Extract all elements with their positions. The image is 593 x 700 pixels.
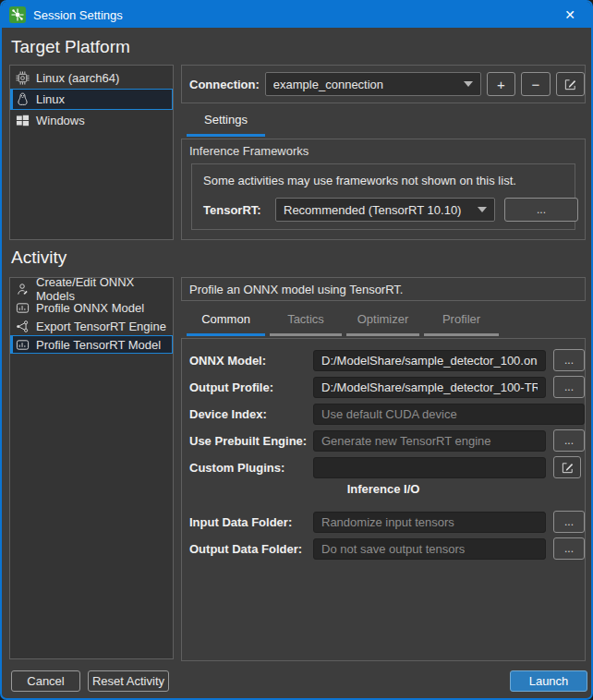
activity-form: ONNX Model: ... Output Profile: ... Devi… [181, 338, 586, 661]
input-data-folder-input[interactable] [313, 512, 546, 533]
tab-underline [187, 134, 265, 137]
platform-item-label: Linux (aarch64) [36, 71, 119, 85]
person-edit-icon [16, 283, 30, 296]
chevron-down-icon [478, 207, 487, 212]
reset-activity-button[interactable]: Reset Activity [88, 670, 169, 692]
inference-frameworks-group: Inference Frameworks Some activities may… [181, 139, 586, 240]
connection-select[interactable]: example_connection [265, 72, 481, 96]
session-settings-dialog: Session Settings ✕ Target Platform Linux… [0, 0, 593, 700]
custom-plugins-edit-button[interactable] [553, 456, 581, 478]
activity-heading: Activity [11, 247, 67, 268]
output-data-folder-browse-button[interactable]: ... [553, 537, 585, 560]
output-profile-label: Output Profile: [189, 380, 313, 394]
window-title: Session Settings [33, 8, 123, 22]
tab-settings[interactable]: Settings [187, 113, 265, 133]
custom-plugins-label: Custom Plugins: [189, 461, 313, 475]
output-profile-row: Output Profile: ... [189, 376, 581, 398]
activity-item-label: Profile TensorRT Model [36, 338, 161, 352]
inference-io-heading: Inference I/O [182, 482, 585, 496]
tab-common-label: Common [201, 312, 250, 326]
tensorrt-select[interactable]: Recommended (TensorRT 10.10) [275, 198, 495, 222]
app-icon [9, 6, 26, 23]
add-connection-button[interactable]: + [487, 72, 515, 96]
close-button[interactable]: ✕ [549, 2, 591, 28]
chart-icon [16, 338, 30, 352]
tab-tactics[interactable]: Tactics [270, 312, 342, 332]
platform-item-windows[interactable]: Windows [11, 110, 172, 131]
input-data-folder-row: Input Data Folder: ... [189, 511, 581, 533]
custom-plugins-input[interactable] [313, 457, 546, 478]
activity-description: Profile an ONNX model using TensorRT. [182, 278, 585, 300]
title-bar: Session Settings ✕ [2, 2, 591, 28]
device-index-row: Device Index: [189, 403, 581, 425]
target-platform-heading: Target Platform [11, 37, 130, 57]
onnx-model-label: ONNX Model: [189, 354, 313, 368]
windows-icon [16, 114, 30, 127]
output-data-folder-row: Output Data Folder: ... [189, 537, 581, 560]
activity-item-label: Export TensorRT Engine [36, 320, 166, 333]
onnx-model-browse-button[interactable]: ... [553, 349, 585, 371]
prebuilt-engine-label: Use Prebuilt Engine: [189, 434, 313, 448]
network-icon [16, 320, 30, 333]
tensorrt-browse-button[interactable]: ... [504, 198, 578, 222]
connection-panel: Connection: example_connection + − [181, 65, 586, 103]
tab-underline [346, 333, 419, 336]
activity-item-profile-tensorrt[interactable]: Profile TensorRT Model [10, 335, 173, 354]
tensorrt-label: TensorRT: [203, 203, 268, 217]
launch-button[interactable]: Launch [510, 670, 587, 692]
prebuilt-engine-browse-button[interactable]: ... [553, 429, 585, 452]
tab-optimizer-label: Optimizer [357, 312, 409, 326]
output-profile-browse-button[interactable]: ... [553, 376, 585, 398]
input-data-folder-browse-button[interactable]: ... [553, 511, 585, 533]
prebuilt-engine-row: Use Prebuilt Engine: ... [189, 429, 581, 452]
connection-value: example_connection [273, 78, 456, 91]
tab-tactics-label: Tactics [287, 312, 324, 326]
tab-optimizer[interactable]: Optimizer [346, 312, 419, 332]
chip-icon [16, 71, 30, 85]
tux-icon [16, 92, 30, 106]
edit-icon [563, 78, 577, 91]
platform-item-label: Linux [36, 92, 65, 106]
platform-item-linux[interactable]: Linux [10, 89, 173, 110]
inference-frameworks-inner: Some activities may use frameworks not s… [191, 163, 575, 230]
chart-icon [16, 301, 30, 315]
close-icon: ✕ [564, 7, 575, 22]
frameworks-note: Some activities may use frameworks not s… [203, 174, 516, 187]
remove-connection-button[interactable]: − [521, 72, 550, 96]
activity-description-box: Profile an ONNX model using TensorRT. [181, 277, 586, 301]
output-data-folder-input[interactable] [313, 538, 546, 560]
onnx-model-input[interactable] [313, 350, 546, 371]
tab-underline [187, 333, 265, 336]
tab-settings-label: Settings [204, 113, 248, 127]
platform-item-label: Windows [36, 114, 85, 127]
connection-label: Connection: [189, 78, 260, 91]
output-profile-input[interactable] [313, 377, 546, 398]
tab-profiler[interactable]: Profiler [424, 312, 499, 332]
edit-icon [561, 461, 575, 475]
platform-item-linux-aarch64[interactable]: Linux (aarch64) [11, 67, 172, 89]
tensorrt-row: TensorRT: Recommended (TensorRT 10.10) .… [203, 198, 578, 222]
edit-connection-button[interactable] [556, 72, 585, 96]
activity-item-label: Profile ONNX Model [36, 301, 144, 315]
activity-item-profile-onnx[interactable]: Profile ONNX Model [11, 298, 172, 317]
input-data-folder-label: Input Data Folder: [189, 515, 313, 529]
activity-item-create-edit-onnx[interactable]: Create/Edit ONNX Models [11, 280, 172, 298]
platform-list: Linux (aarch64) Linux Windows [9, 65, 174, 240]
tab-profiler-label: Profiler [442, 312, 480, 326]
tab-underline [424, 333, 499, 336]
inference-frameworks-label: Inference Frameworks [189, 144, 309, 158]
prebuilt-engine-input[interactable] [313, 430, 546, 452]
tensorrt-value: Recommended (TensorRT 10.10) [284, 203, 470, 217]
device-index-input[interactable] [313, 404, 585, 425]
activity-item-export-tensorrt[interactable]: Export TensorRT Engine [11, 317, 172, 335]
onnx-model-row: ONNX Model: ... [189, 349, 581, 371]
activity-list: Create/Edit ONNX Models Profile ONNX Mod… [9, 277, 174, 659]
device-index-label: Device Index: [189, 407, 313, 421]
output-data-folder-label: Output Data Folder: [189, 542, 313, 556]
tab-common[interactable]: Common [187, 312, 265, 332]
cancel-button[interactable]: Cancel [11, 670, 80, 692]
tab-underline [270, 333, 342, 336]
custom-plugins-row: Custom Plugins: [189, 456, 581, 478]
chevron-down-icon [464, 81, 473, 87]
